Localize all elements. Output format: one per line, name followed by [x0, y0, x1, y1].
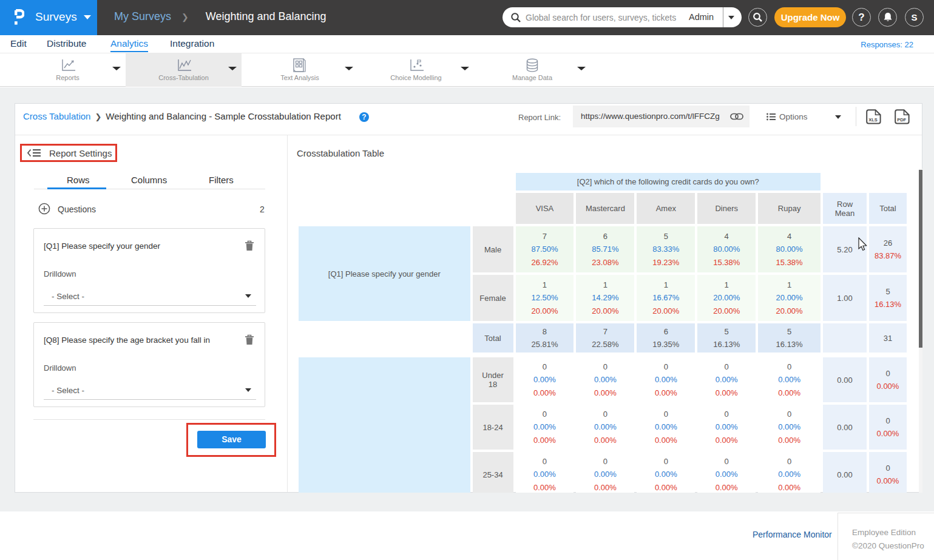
svg-text:XLS: XLS: [868, 117, 878, 123]
svg-text:PDF: PDF: [897, 117, 906, 123]
